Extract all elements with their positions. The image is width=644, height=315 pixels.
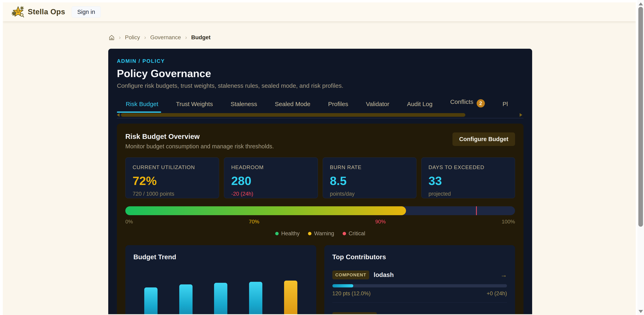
overview-subtitle: Monitor budget consumption and manage ri…: [125, 143, 274, 150]
gauge-critical-marker: [476, 206, 477, 215]
gauge-labels: 0% 70% 90% 100%: [125, 219, 515, 225]
breadcrumb-separator: ›: [185, 35, 187, 41]
chart-slot: [276, 280, 306, 314]
sign-in-button[interactable]: Sign in: [72, 6, 101, 18]
app-window: Stella Ops Sign in › Policy › Governance…: [3, 3, 636, 315]
brand-name: Stella Ops: [28, 8, 65, 16]
tab-scroll-right-arrow-icon[interactable]: [520, 113, 522, 117]
breadcrumb-current: Budget: [191, 34, 210, 41]
legend-item-warning: Warning: [308, 230, 334, 237]
stat-sub: points/day: [330, 191, 409, 197]
scrollbar-up-arrow-icon[interactable]: [638, 3, 643, 6]
stat-sub: -20 (24h): [231, 191, 310, 197]
warning-dot-icon: [308, 232, 312, 235]
tabs-divider: [117, 118, 524, 118]
row-divider: [332, 302, 507, 302]
top-contributors-title: Top Contributors: [332, 253, 507, 261]
stat-sub: 720 / 1000 points: [132, 191, 212, 197]
chart-slot: [171, 280, 201, 314]
trend-bar-current: [284, 280, 297, 314]
configure-budget-button[interactable]: Configure Budget: [452, 132, 515, 146]
tab-label: Trust Weights: [176, 101, 213, 107]
tab-validator[interactable]: Validator: [357, 101, 398, 113]
stat-value: 72%: [132, 174, 212, 188]
budget-utilization-gauge: [125, 206, 515, 215]
stat-value: 280: [231, 174, 310, 188]
chart-slot: [136, 280, 166, 314]
gauge-label-70: 70%: [249, 219, 259, 225]
stat-label: BURN RATE: [330, 164, 409, 170]
contributor-delta: +0 (24h): [487, 290, 507, 297]
tab-risk-budget[interactable]: Risk Budget: [117, 101, 167, 113]
stat-label: HEADROOM: [231, 164, 310, 170]
budget-trend-chart: [134, 280, 308, 314]
contributor-type-badge: COMPONENT: [332, 270, 370, 279]
chart-slot: [240, 280, 271, 314]
stat-value: 33: [428, 174, 508, 188]
legend-item-healthy: Healthy: [275, 230, 300, 237]
breadcrumb-link-governance[interactable]: Governance: [150, 34, 181, 41]
gauge-label-90: 90%: [375, 219, 386, 225]
tab-conflicts[interactable]: Conflicts2: [442, 98, 494, 113]
chart-slot: [206, 280, 236, 314]
page: Stella Ops Sign in › Policy › Governance…: [0, 0, 644, 315]
tab-bar: Risk Budget Trust Weights Staleness Seal…: [117, 98, 524, 113]
up-arrow-icon[interactable]: ↑: [504, 313, 507, 314]
tab-staleness[interactable]: Staleness: [222, 101, 266, 113]
gauge-label-0: 0%: [125, 219, 133, 225]
overview-header: Risk Budget Overview Monitor budget cons…: [125, 132, 515, 150]
contributor-head[interactable]: COMPONENT lodash →: [332, 270, 507, 279]
tab-scrollbar-thumb[interactable]: [121, 113, 465, 117]
browser-scrollbar: [637, 0, 644, 315]
stat-sub: projected: [428, 191, 508, 197]
stat-card-days-to-exceeded: DAYS TO EXCEEDED 33 projected: [421, 157, 515, 198]
stats-grid: CURRENT UTILIZATION 72% 720 / 1000 point…: [125, 157, 515, 198]
legend-label: Healthy: [281, 230, 300, 237]
lower-cards-row: Budget Trend 12/1 12/8: [125, 245, 515, 314]
scrollbar-down-arrow-icon[interactable]: [638, 310, 643, 313]
stat-card-current-utilization: CURRENT UTILIZATION 72% 720 / 1000 point…: [125, 157, 219, 198]
tab-sealed-mode[interactable]: Sealed Mode: [266, 101, 319, 113]
contributor-points: 120 pts (12.0%): [332, 290, 371, 297]
home-icon[interactable]: [109, 35, 115, 41]
tab-pl-truncated[interactable]: Pl: [494, 101, 517, 113]
scrollbar-thumb[interactable]: [638, 7, 643, 227]
trend-bar: [144, 287, 158, 314]
stella-ops-logo-icon[interactable]: [12, 6, 24, 18]
tab-scrollbar: [117, 113, 524, 117]
stat-card-headroom: HEADROOM 280 -20 (24h): [224, 157, 318, 198]
trend-bar: [214, 283, 227, 314]
budget-trend-card: Budget Trend 12/1 12/8: [125, 245, 316, 314]
tab-trust-weights[interactable]: Trust Weights: [167, 101, 222, 113]
stat-label: CURRENT UTILIZATION: [132, 164, 212, 170]
legend-item-critical: Critical: [342, 230, 365, 237]
stat-value: 8.5: [330, 174, 409, 188]
tab-label: Validator: [366, 101, 389, 107]
budget-trend-title: Budget Trend: [134, 253, 308, 261]
tab-label: Conflicts: [450, 98, 474, 105]
trend-bar: [179, 284, 192, 314]
page-subtitle: Configure risk budgets, trust weights, s…: [117, 82, 524, 89]
contributor-bar-fill: [332, 284, 353, 287]
overview-header-text: Risk Budget Overview Monitor budget cons…: [125, 132, 274, 150]
conflicts-count-badge: 2: [476, 99, 485, 108]
tab-label: Pl: [502, 101, 508, 107]
stat-card-burn-rate: BURN RATE 8.5 points/day: [323, 157, 416, 198]
page-eyebrow: ADMIN / POLICY: [117, 58, 524, 64]
trend-bar: [249, 282, 262, 314]
tab-scroll-left-arrow-icon[interactable]: [117, 113, 120, 117]
tab-label: Audit Log: [407, 101, 432, 107]
contributor-head[interactable]: VULNERABILITY CVE-2024-1234 ↑: [332, 312, 507, 314]
app-body: › Policy › Governance › Budget ADMIN / P…: [3, 21, 636, 315]
healthy-dot-icon: [275, 232, 279, 235]
overview-title: Risk Budget Overview: [125, 132, 274, 141]
top-contributors-card: Top Contributors COMPONENT lodash →: [324, 245, 515, 314]
tab-audit-log[interactable]: Audit Log: [398, 101, 442, 113]
contributor-type-badge: VULNERABILITY: [332, 312, 377, 314]
legend-label: Critical: [349, 230, 365, 237]
tab-label: Risk Budget: [126, 101, 158, 107]
contributor-row-cve-2024-1234: VULNERABILITY CVE-2024-1234 ↑ 95 pts (9.…: [332, 312, 507, 314]
right-arrow-icon[interactable]: →: [500, 271, 507, 279]
tab-profiles[interactable]: Profiles: [319, 101, 357, 113]
breadcrumb-link-policy[interactable]: Policy: [125, 34, 140, 41]
